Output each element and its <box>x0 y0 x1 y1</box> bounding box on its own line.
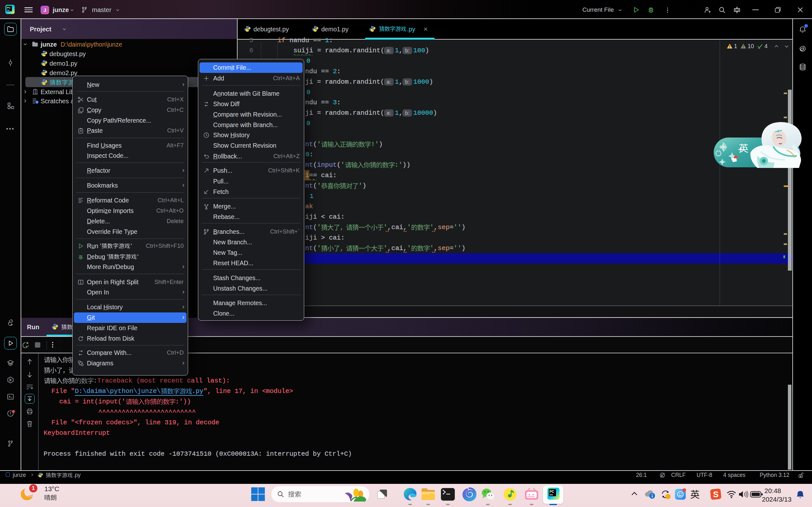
svg-text:PC: PC <box>550 490 554 493</box>
svg-text:bilibili: bilibili <box>527 495 535 498</box>
svg-text:PC: PC <box>7 6 10 9</box>
